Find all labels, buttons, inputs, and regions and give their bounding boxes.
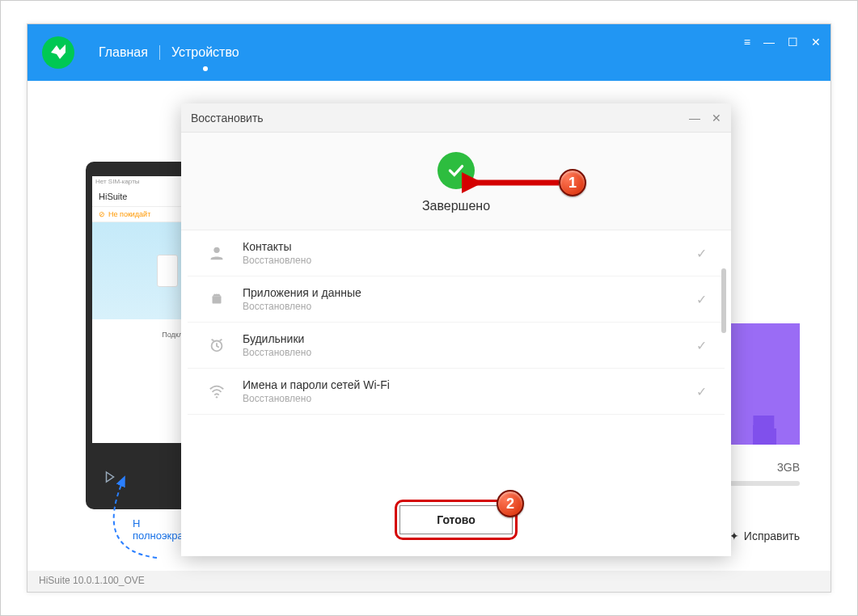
item-check-icon: ✓ bbox=[696, 292, 707, 307]
status-bar: HiSuite 10.0.1.100_OVE bbox=[27, 571, 831, 592]
minimize-icon[interactable]: — bbox=[763, 36, 775, 49]
fix-link-label: Исправить bbox=[744, 530, 800, 542]
item-check-icon: ✓ bbox=[696, 338, 707, 353]
dialog-status-area: Завершено bbox=[181, 133, 731, 230]
phone-warning-text: Не покидайт bbox=[108, 210, 150, 218]
item-title: Приложения и данные bbox=[243, 286, 682, 299]
android-icon bbox=[205, 288, 228, 310]
nav-device[interactable]: Устройство bbox=[160, 45, 251, 60]
dialog-minimize-icon[interactable]: — bbox=[689, 112, 700, 124]
list-item: Будильники Восстановлено ✓ bbox=[188, 323, 725, 369]
warning-icon: ⊘ bbox=[99, 210, 105, 218]
device-icon bbox=[157, 255, 178, 287]
svg-point-0 bbox=[213, 247, 219, 253]
dialog-status-text: Завершено bbox=[181, 199, 731, 213]
storage-bar bbox=[727, 481, 800, 486]
phone-sim-status: Нет SIM-карты bbox=[95, 178, 140, 185]
checkmark-icon bbox=[446, 160, 467, 181]
restore-items-list[interactable]: Контакты Восстановлено ✓ Приложения и да… bbox=[181, 230, 731, 437]
annotation-badge-2: 2 bbox=[497, 490, 524, 517]
nav-active-indicator bbox=[203, 66, 208, 71]
dialog-header: Восстановить — ✕ bbox=[181, 103, 731, 133]
item-status: Восстановлено bbox=[243, 347, 682, 358]
list-item: Имена и пароли сетей Wi-Fi Восстановлено… bbox=[188, 369, 725, 415]
dialog-close-icon[interactable]: ✕ bbox=[712, 112, 721, 124]
svg-rect-1 bbox=[213, 296, 222, 303]
dialog-title: Восстановить bbox=[191, 112, 264, 124]
item-status: Восстановлено bbox=[243, 393, 682, 404]
success-check-circle bbox=[437, 152, 475, 189]
menu-icon[interactable]: ≡ bbox=[744, 36, 750, 49]
fix-link[interactable]: ✦ Исправить bbox=[729, 530, 800, 542]
titlebar: Главная Устройство ≡ — ☐ ✕ bbox=[27, 24, 831, 81]
item-status: Восстановлено bbox=[243, 255, 682, 266]
item-check-icon: ✓ bbox=[696, 246, 707, 261]
main-window: Главная Устройство ≡ — ☐ ✕ Нет SIM-карты… bbox=[27, 23, 831, 593]
dialog-footer: Готово bbox=[181, 483, 731, 556]
maximize-icon[interactable]: ☐ bbox=[788, 36, 798, 49]
dialog-scrollbar[interactable] bbox=[721, 268, 726, 333]
contacts-icon bbox=[205, 242, 228, 264]
close-icon[interactable]: ✕ bbox=[811, 36, 821, 49]
item-title: Имена и пароли сетей Wi-Fi bbox=[243, 378, 682, 391]
svg-point-5 bbox=[216, 396, 218, 398]
item-title: Будильники bbox=[243, 332, 682, 345]
page-canvas: Главная Устройство ≡ — ☐ ✕ Нет SIM-карты… bbox=[0, 0, 858, 616]
nav-device-label: Устройство bbox=[171, 45, 239, 59]
restore-dialog: Восстановить — ✕ Завершено Контакты Восс bbox=[181, 103, 731, 556]
alarm-icon bbox=[205, 334, 228, 357]
nav-home-label: Главная bbox=[99, 45, 148, 59]
play-icon bbox=[103, 470, 117, 484]
item-check-icon: ✓ bbox=[696, 384, 707, 399]
app-logo bbox=[42, 36, 74, 69]
nav-home[interactable]: Главная bbox=[87, 45, 159, 60]
phone-play-button bbox=[102, 469, 118, 485]
wifi-icon bbox=[205, 380, 228, 403]
dialog-window-controls: — ✕ bbox=[689, 112, 721, 124]
list-item: Приложения и данные Восстановлено ✓ bbox=[188, 276, 725, 323]
list-item: Контакты Восстановлено ✓ bbox=[188, 230, 725, 276]
item-status: Восстановлено bbox=[243, 301, 682, 312]
annotation-badge-1: 1 bbox=[559, 169, 586, 196]
storage-capacity: 3GB bbox=[777, 461, 800, 474]
window-controls: ≡ — ☐ ✕ bbox=[744, 36, 821, 49]
hisuite-logo-icon bbox=[49, 43, 68, 62]
version-label: HiSuite 10.0.1.100_OVE bbox=[39, 575, 145, 586]
item-title: Контакты bbox=[243, 240, 682, 253]
done-button[interactable]: Готово bbox=[399, 505, 513, 534]
